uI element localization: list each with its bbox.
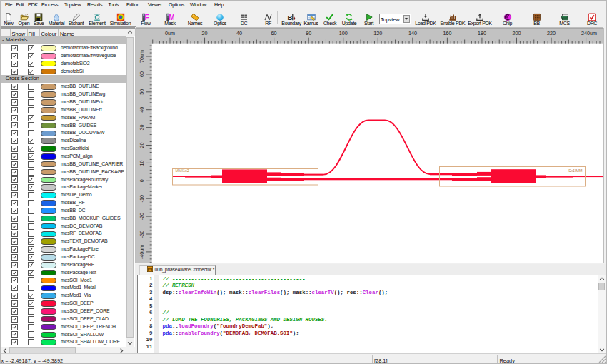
svg-text:-10: -10 [139, 195, 145, 202]
svg-text:-40um: -40um [139, 245, 145, 259]
svg-text:70um: 70um [139, 50, 145, 63]
svg-text:30: 30 [139, 125, 145, 131]
svg-text:120: 120 [373, 30, 382, 36]
svg-text:10: 10 [139, 160, 145, 166]
svg-text:-30: -30 [139, 231, 145, 238]
svg-text:40: 40 [236, 30, 242, 36]
svg-text:240um: 240um [581, 30, 597, 36]
svg-text:20: 20 [202, 30, 208, 36]
svg-text:100: 100 [339, 30, 348, 36]
svg-text:20: 20 [139, 143, 145, 148]
svg-text:0um: 0um [165, 30, 175, 36]
svg-text:50: 50 [139, 89, 145, 95]
svg-text:60: 60 [139, 71, 145, 77]
svg-text:220: 220 [547, 30, 556, 36]
svg-text:180: 180 [478, 30, 486, 36]
svg-text:40: 40 [139, 107, 145, 113]
svg-text:160: 160 [443, 30, 451, 36]
svg-text:140: 140 [408, 30, 417, 36]
svg-text:MMI1x2: MMI1x2 [176, 168, 189, 173]
svg-text:0: 0 [139, 179, 145, 182]
svg-text:MMI1x2: MMI1x2 [568, 168, 582, 173]
svg-text:80: 80 [306, 30, 311, 36]
svg-text:60: 60 [271, 30, 277, 36]
svg-text:-20: -20 [139, 213, 145, 220]
svg-text:200: 200 [513, 30, 521, 36]
